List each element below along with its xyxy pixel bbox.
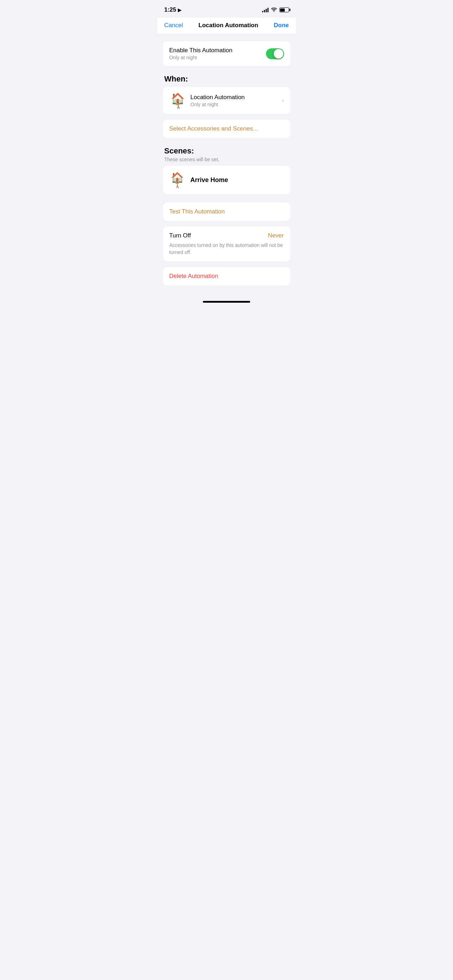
status-icons [262, 7, 289, 13]
nav-bar: Cancel Location Automation Done [157, 18, 296, 34]
select-accessories-button[interactable]: Select Accessories and Scenes... [163, 119, 290, 138]
location-row[interactable]: 🏠 🚶 Location Automation Only at night › [163, 87, 290, 114]
location-automation-title: Location Automation [191, 94, 282, 101]
home-indicator [157, 295, 296, 305]
signal-icon [262, 7, 269, 12]
toggle-knob [274, 49, 283, 59]
status-bar: 1:25 ▶ [157, 0, 296, 18]
when-section-header: When: [164, 75, 289, 84]
enable-text-group: Enable This Automation Only at night [169, 47, 232, 60]
arrive-icon-stack: 🏠 🚶 [169, 172, 186, 188]
location-automation-subtitle: Only at night [191, 102, 282, 107]
test-automation-label: Test This Automation [169, 208, 225, 215]
person-icon: 🚶 [175, 102, 182, 109]
battery-icon [280, 7, 289, 12]
home-bar [203, 301, 250, 303]
done-button[interactable]: Done [274, 22, 289, 29]
select-accessories-label: Select Accessories and Scenes... [169, 125, 258, 132]
location-arrow-icon: ▶ [178, 7, 181, 13]
test-automation-card[interactable]: Test This Automation [163, 202, 290, 221]
svg-point-0 [273, 11, 275, 12]
arrive-home-card[interactable]: 🏠 🚶 Arrive Home [163, 166, 290, 194]
turn-off-row: Turn Off Never Accessories turned on by … [163, 226, 290, 261]
turn-off-label: Turn Off [169, 232, 191, 239]
turn-off-value[interactable]: Never [268, 232, 284, 239]
scenes-subtitle: These scenes will be set. [164, 157, 289, 162]
delete-automation-label: Delete Automation [169, 273, 218, 279]
time-label: 1:25 [164, 6, 176, 13]
arrive-home-row: 🏠 🚶 Arrive Home [163, 166, 290, 194]
location-automation-card[interactable]: 🏠 🚶 Location Automation Only at night › [163, 87, 290, 114]
enable-toggle[interactable] [266, 48, 284, 59]
location-text-group: Location Automation Only at night [191, 94, 282, 107]
chevron-right-icon: › [282, 97, 284, 104]
enable-title: Enable This Automation [169, 47, 232, 54]
delete-automation-card[interactable]: Delete Automation [163, 267, 290, 285]
page-title: Location Automation [199, 22, 258, 29]
wifi-icon [271, 7, 277, 13]
enable-automation-card: Enable This Automation Only at night [163, 41, 290, 66]
turn-off-description: Accessories turned on by this automation… [169, 242, 284, 256]
enable-row: Enable This Automation Only at night [163, 41, 290, 66]
delete-automation-button[interactable]: Delete Automation [163, 267, 290, 285]
when-title: When: [164, 75, 289, 84]
arrive-home-label: Arrive Home [191, 177, 228, 184]
scenes-section-header: Scenes: These scenes will be set. [164, 146, 289, 162]
turn-off-header: Turn Off Never [169, 232, 284, 239]
select-accessories-card[interactable]: Select Accessories and Scenes... [163, 119, 290, 138]
location-icon-stack: 🏠 🚶 [169, 92, 186, 109]
scenes-title: Scenes: [164, 146, 289, 156]
arrive-person-icon: 🚶 [174, 182, 181, 188]
enable-subtitle: Only at night [169, 55, 232, 60]
turn-off-card[interactable]: Turn Off Never Accessories turned on by … [163, 226, 290, 261]
test-automation-button[interactable]: Test This Automation [163, 202, 290, 221]
status-time: 1:25 ▶ [164, 6, 181, 13]
cancel-button[interactable]: Cancel [164, 22, 183, 29]
main-content: Enable This Automation Only at night Whe… [157, 34, 296, 295]
